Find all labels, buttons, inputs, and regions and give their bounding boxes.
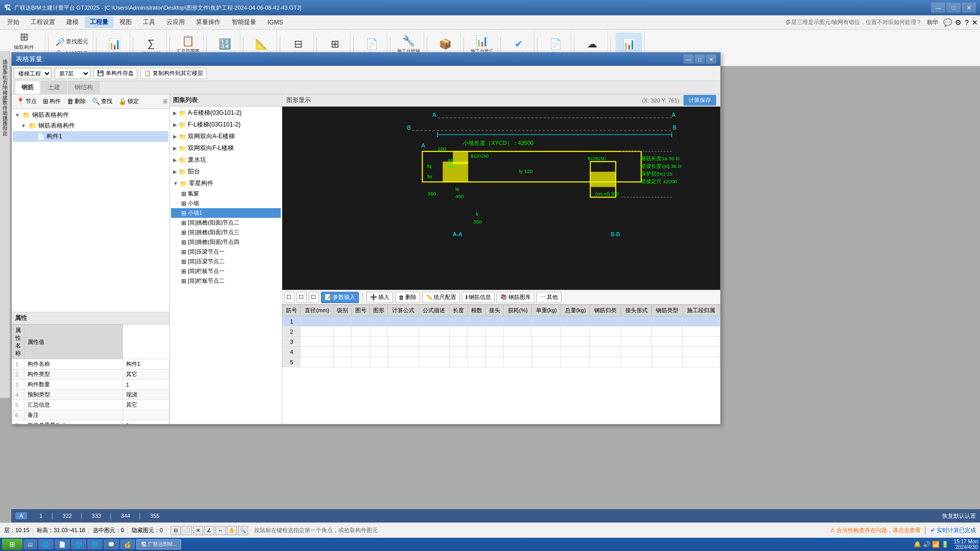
steel-cell-5-1[interactable] xyxy=(301,357,334,367)
draw-zoom-btn[interactable]: 🔍 xyxy=(238,526,248,535)
steel-cell-1-16[interactable] xyxy=(682,316,720,327)
tab-steel-structure[interactable]: 钢结构 xyxy=(68,81,100,94)
side-item-strip[interactable]: 条形 xyxy=(1,63,10,67)
menu-quantity[interactable]: 工程量 xyxy=(85,16,113,28)
side-item-shear[interactable]: 剪力 xyxy=(1,73,10,78)
steel-cell-4-13[interactable] xyxy=(590,347,621,357)
steel-cell-1-11[interactable] xyxy=(532,316,561,327)
menu-project-settings[interactable]: 工程设置 xyxy=(26,16,60,28)
steel-cell-3-5[interactable] xyxy=(388,337,419,347)
figure-item[interactable]: ⊞小墙 xyxy=(171,198,281,208)
side-item-select[interactable]: 选择 xyxy=(1,53,10,57)
props-cell-value[interactable]: 0 xyxy=(122,420,169,424)
steel-cell-5-16[interactable] xyxy=(682,357,720,367)
figure-group-header[interactable]: ▶📁A-E楼梯(03G101-2) xyxy=(171,108,281,118)
steel-cell-3-2[interactable] xyxy=(334,337,352,347)
steel-cell-1-8[interactable] xyxy=(468,316,485,327)
tree-node-subfolder[interactable]: ▼ 📁 钢筋表格构件 xyxy=(13,120,168,131)
bt-btn-ruler-config[interactable]: 📏 统尺配置 xyxy=(422,292,460,303)
menu-build[interactable]: 建模 xyxy=(61,16,84,28)
side-item-floor[interactable]: 地坪 xyxy=(1,79,10,83)
steel-cell-4-14[interactable] xyxy=(621,347,652,357)
bt-btn-checkbox3[interactable]: ☐ xyxy=(309,292,319,303)
bt-btn-insert[interactable]: ➕ 插入 xyxy=(366,292,393,303)
figure-group-header[interactable]: ▶📁双网双向A-E楼梯 xyxy=(171,131,281,142)
nav-item-344[interactable]: 344 xyxy=(121,513,130,519)
taskbar-browser2[interactable]: 🌐 xyxy=(71,539,86,549)
steel-cell-5-11[interactable] xyxy=(532,357,561,367)
figure-item[interactable]: ⊞氯窗 xyxy=(171,189,281,198)
steel-cell-4-5[interactable] xyxy=(388,347,419,357)
figure-item[interactable]: ⊞[筒]挑檐(阳面)节点四 xyxy=(171,237,281,247)
floor-select[interactable]: 第7层 xyxy=(55,68,90,79)
help-icon[interactable]: ? xyxy=(965,18,969,27)
steel-cell-1-7[interactable] xyxy=(450,316,468,327)
taskbar-file-manager[interactable]: 🗂 xyxy=(23,539,37,549)
menu-smart[interactable]: 智能提量 xyxy=(227,16,261,28)
win-maximize-btn[interactable]: □ xyxy=(695,55,705,64)
win-close-btn[interactable]: ✕ xyxy=(706,55,716,64)
steel-cell-3-6[interactable] xyxy=(419,337,450,347)
maximize-button[interactable]: □ xyxy=(946,3,961,13)
side-item-balcony[interactable]: 阳台 xyxy=(1,119,10,123)
draw-rect-btn[interactable]: ⊟ xyxy=(170,526,181,535)
steel-cell-3-9[interactable] xyxy=(486,337,504,347)
taskbar-pdf[interactable]: 📄 xyxy=(55,539,70,549)
steel-cell-4-16[interactable] xyxy=(682,347,720,357)
steel-cell-1-3[interactable] xyxy=(352,316,370,327)
steel-cell-3-8[interactable] xyxy=(468,337,485,347)
side-item-custom[interactable]: 自定 xyxy=(1,124,10,129)
figure-item[interactable]: ⊞[筒]压梁节点一 xyxy=(171,247,281,257)
draw-select-btn[interactable]: ⬜ xyxy=(182,526,192,535)
steel-table-row[interactable]: 2 xyxy=(283,327,720,337)
draw-dim-btn[interactable]: ↔ xyxy=(215,526,226,535)
lt-btn-component[interactable]: ⊞ 构件 xyxy=(40,96,63,107)
steel-cell-5-4[interactable] xyxy=(370,357,387,367)
lt-btn-find[interactable]: 🔍 查找 xyxy=(89,96,115,107)
clock-area[interactable]: 15:17 Mon 2024/4/30 xyxy=(954,539,978,550)
steel-table-row[interactable]: 1 xyxy=(283,316,720,327)
restore-default-btn[interactable]: 恢复默认认置 xyxy=(942,512,976,520)
nav-item-322[interactable]: 322 xyxy=(62,513,71,519)
lt-btn-lock[interactable]: 🔒 锁定 xyxy=(116,96,141,107)
steel-cell-4-7[interactable] xyxy=(450,347,468,357)
figure-group-header[interactable]: ▶📁F-L楼梯(03G101-2) xyxy=(171,119,281,130)
figure-item[interactable]: ⊞[筒]压梁节点二 xyxy=(171,257,281,266)
side-item-data-change[interactable]: 数改 xyxy=(1,94,10,98)
steel-cell-5-15[interactable] xyxy=(652,357,683,367)
tray-icon-1[interactable]: 🔔 xyxy=(914,541,921,548)
project-type-select[interactable]: 楼梯工程 xyxy=(14,68,52,79)
steel-cell-5-14[interactable] xyxy=(621,357,652,367)
steel-cell-2-1[interactable] xyxy=(301,327,334,337)
steel-cell-5-7[interactable] xyxy=(450,357,468,367)
steel-cell-1-9[interactable] xyxy=(486,316,504,327)
draw-angle-btn[interactable]: ∠ xyxy=(204,526,214,535)
steel-cell-1-15[interactable] xyxy=(652,316,683,327)
steel-cell-3-14[interactable] xyxy=(621,337,652,347)
figure-group-header[interactable]: ▶📁废水坑 xyxy=(171,155,281,165)
draw-move-btn[interactable]: ✋ xyxy=(227,526,237,535)
legal-check-warning[interactable]: ⚠ 合法性检查存在问题，请点击查看 xyxy=(830,527,921,534)
steel-cell-2-13[interactable] xyxy=(590,327,621,337)
menu-start[interactable]: 开始 xyxy=(2,16,24,28)
steel-cell-4-9[interactable] xyxy=(486,347,504,357)
lt-btn-delete[interactable]: 🗑 删除 xyxy=(64,96,88,107)
steel-cell-3-15[interactable] xyxy=(652,337,683,347)
steel-cell-1-6[interactable] xyxy=(419,316,450,327)
steel-cell-2-8[interactable] xyxy=(468,327,485,337)
figure-group-header[interactable]: ▶📁阳台 xyxy=(171,166,281,177)
figure-group-header[interactable]: ▶📁双网双向F-L楼梯 xyxy=(171,143,281,154)
steel-cell-2-3[interactable] xyxy=(352,327,370,337)
tab-steel[interactable]: 钢筋 xyxy=(15,81,40,94)
steel-cell-3-10[interactable] xyxy=(504,337,532,347)
steel-cell-2-15[interactable] xyxy=(652,327,683,337)
steel-cell-1-5[interactable] xyxy=(388,316,419,327)
bt-btn-param-input[interactable]: 📝 参数输入 xyxy=(321,292,359,303)
tab-civil[interactable]: 土建 xyxy=(41,81,67,94)
side-item-independent[interactable]: 独立 xyxy=(1,58,10,62)
tb-btn-pick-component[interactable]: ⊞ 抽取构件 xyxy=(11,30,37,52)
steel-cell-3-11[interactable] xyxy=(532,337,561,347)
calc-save-button[interactable]: 计算保存 xyxy=(683,95,716,106)
steel-cell-1-10[interactable] xyxy=(504,316,532,327)
side-item-near-wall[interactable]: 近墙 xyxy=(1,104,10,108)
